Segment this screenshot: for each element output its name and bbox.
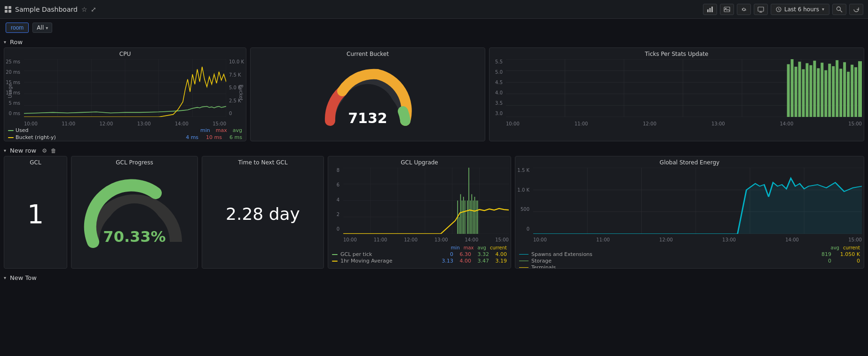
bucket-max: 9.94 K xyxy=(205,141,221,141)
svg-rect-51 xyxy=(847,72,850,117)
gcl-progress-gauge: 70.33% xyxy=(83,176,186,251)
svg-rect-40 xyxy=(805,63,808,117)
cpu-avg-label: avg xyxy=(233,127,242,133)
gcl-upgrade-legend: min max avg current GCL per tick 0 6.30 … xyxy=(328,244,511,265)
cpu-min-label: min xyxy=(200,127,210,133)
gcl-tick-dot xyxy=(332,254,338,255)
terminals-row: Terminals xyxy=(519,264,860,269)
time-range-label: Last 6 hours xyxy=(784,6,819,13)
gcl-max: 6.30 xyxy=(456,251,471,257)
cpu-y-right-label: Bucket xyxy=(238,84,243,100)
refresh-button[interactable] xyxy=(849,4,863,15)
terminals-label: Terminals xyxy=(531,264,860,269)
time-gcl-value: 2.28 day xyxy=(226,204,300,224)
gcl-panel-body: 1 xyxy=(4,167,67,261)
storage-label: Storage xyxy=(531,258,807,264)
gcl-upgrade-x-axis: 10:00 11:00 12:00 13:00 14:00 15:00 xyxy=(343,237,509,242)
svg-rect-47 xyxy=(832,66,835,117)
svg-rect-48 xyxy=(836,60,838,117)
settings-button[interactable] xyxy=(737,4,751,15)
svg-rect-46 xyxy=(828,64,831,117)
gcl-cur: 4.00 xyxy=(492,251,507,257)
cpu-values-row1: 4 ms 10 ms 6 ms xyxy=(186,134,242,140)
ma-max: 4.00 xyxy=(456,258,471,264)
ma-min: 3.13 xyxy=(438,258,453,264)
row2-settings-icon[interactable]: ⚙ xyxy=(42,147,47,154)
bucket-gauge-panel: Current Bucket 7132 xyxy=(250,47,485,141)
gcl-panel-title: GCL xyxy=(4,156,67,167)
bucket-legend-item: Bucket (right-y) xyxy=(8,134,184,140)
row1-panels: CPU 25 ms 20 ms 15 ms 10 ms 5 ms 0 ms Us… xyxy=(0,47,868,145)
apps-icon[interactable] xyxy=(5,6,11,13)
spawns-avg: 819 xyxy=(810,251,831,257)
image-button[interactable] xyxy=(720,4,734,15)
cpu-max-label: max xyxy=(216,127,227,133)
gcl-progress-panel: GCL Progress 70.33% xyxy=(71,156,198,269)
used-color-dot xyxy=(8,130,14,131)
gcl-upgrade-y-axis: 8 6 4 2 0 xyxy=(328,167,341,232)
gcl-upgrade-panel: GCL Upgrade 8 6 4 2 0 xyxy=(328,156,511,269)
new-tow-header[interactable]: ▾ New Tow xyxy=(0,272,868,283)
bucket-color-dot xyxy=(8,137,14,138)
used-legend-item: Used xyxy=(8,127,29,133)
gcl-pct-value: 70.33% xyxy=(103,228,166,246)
svg-rect-54 xyxy=(858,61,862,117)
cpu-stats-row: min max avg xyxy=(200,127,242,133)
gcl-per-tick-row: GCL per tick 0 6.30 3.32 4.00 xyxy=(332,251,507,257)
row2-title: New row xyxy=(10,147,36,154)
global-energy-panel: Global Stored Energy 1.5 K 1.0 K 500 0 xyxy=(515,156,864,269)
svg-rect-38 xyxy=(798,62,801,117)
star-icon[interactable]: ☆ xyxy=(81,6,87,13)
row1-title: Row xyxy=(10,39,23,46)
nav-right: Last 6 hours ▾ xyxy=(703,4,863,15)
svg-rect-49 xyxy=(839,69,842,117)
chevron-down-icon: ▾ xyxy=(46,25,48,31)
bucket-gauge: 7132 xyxy=(321,64,415,130)
row1-header[interactable]: ▾ Row xyxy=(0,37,868,47)
row2-panels: GCL 1 GCL Progress 70.33% Time to Next G xyxy=(0,156,868,272)
bucket-min: 5.09 K xyxy=(183,141,199,141)
bucket-avg: 7.48 K xyxy=(226,141,242,141)
ma-avg: 3.47 xyxy=(474,258,489,264)
time-range-picker[interactable]: Last 6 hours ▾ xyxy=(771,4,829,15)
row2-delete-icon[interactable]: 🗑 xyxy=(51,147,56,154)
tv-button[interactable] xyxy=(754,4,768,15)
storage-avg: 0 xyxy=(810,258,831,264)
svg-rect-45 xyxy=(824,70,827,117)
share-icon[interactable]: ⤢ xyxy=(91,6,96,13)
gcl-progress-body: 70.33% xyxy=(71,167,197,261)
nav-left: Sample Dashboard ☆ ⤢ xyxy=(5,6,96,13)
gcl-upgrade-title: GCL Upgrade xyxy=(328,156,511,167)
svg-rect-2 xyxy=(711,7,713,12)
svg-point-9 xyxy=(837,7,841,10)
bucket-stats: 5.09 K 9.94 K 7.48 K xyxy=(183,141,242,141)
cpu-max-val: 10 ms xyxy=(206,134,222,140)
cpu-x-axis: 10:00 11:00 12:00 13:00 14:00 15:00 xyxy=(24,121,226,126)
gcl-tick-label: GCL per tick xyxy=(340,251,435,257)
cpu-panel: CPU 25 ms 20 ms 15 ms 10 ms 5 ms 0 ms Us… xyxy=(4,47,246,141)
bar-chart-button[interactable] xyxy=(703,4,717,15)
search-button[interactable] xyxy=(832,4,846,15)
bucket-gauge-title: Current Bucket xyxy=(251,48,485,58)
gcl-progress-title: GCL Progress xyxy=(71,156,197,167)
energy-legend: avg current Spawns and Extensions 819 1.… xyxy=(515,244,864,269)
spawns-label: Spawns and Extensions xyxy=(531,251,807,257)
bucket-value: 7132 xyxy=(348,110,387,126)
global-energy-body: 1.5 K 1.0 K 500 0 xyxy=(515,167,864,244)
time-gcl-title: Time to Next GCL xyxy=(202,156,324,167)
ticks-chart-area xyxy=(506,59,862,117)
room-filter-tag[interactable]: room xyxy=(6,23,29,33)
svg-rect-39 xyxy=(802,69,805,117)
cpu-avg-val: 6 ms xyxy=(229,134,242,140)
dashboard-title: Sample Dashboard xyxy=(15,6,78,13)
svg-rect-41 xyxy=(809,65,812,117)
all-filter-select[interactable]: All ▾ xyxy=(32,23,52,33)
svg-rect-0 xyxy=(707,9,709,12)
energy-x-axis: 10:00 11:00 12:00 13:00 14:00 15:00 xyxy=(533,237,862,242)
used-legend-label: Used xyxy=(16,127,29,133)
cpu-min-val: 4 ms xyxy=(186,134,198,140)
svg-rect-1 xyxy=(709,8,710,12)
cpu-legend: Used min max avg Bucket (right-y) 4 ms 1… xyxy=(4,126,246,141)
row2-header[interactable]: ▾ New row ⚙ 🗑 xyxy=(0,145,868,156)
ticks-panel-title: Ticks Per Stats Update xyxy=(489,48,864,58)
